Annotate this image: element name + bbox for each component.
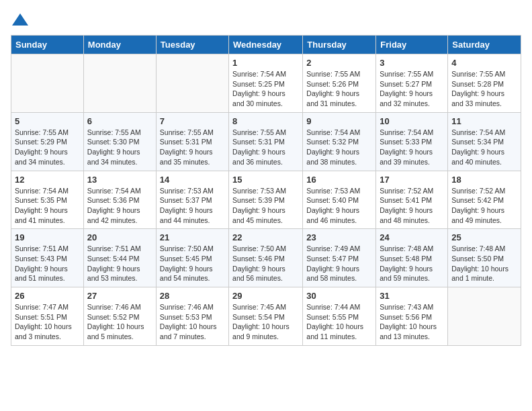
calendar-cell: 22Sunrise: 7:50 AM Sunset: 5:46 PM Dayli… xyxy=(229,229,303,287)
calendar-cell: 4Sunrise: 7:55 AM Sunset: 5:28 PM Daylig… xyxy=(448,54,521,113)
calendar-cell xyxy=(83,54,156,113)
day-number: 12 xyxy=(15,175,80,185)
week-row-5: 26Sunrise: 7:47 AM Sunset: 5:51 PM Dayli… xyxy=(11,287,521,346)
calendar-cell: 2Sunrise: 7:55 AM Sunset: 5:26 PM Daylig… xyxy=(303,54,376,113)
calendar-cell: 14Sunrise: 7:53 AM Sunset: 5:37 PM Dayli… xyxy=(156,171,228,229)
day-number: 19 xyxy=(15,232,80,242)
week-row-2: 5Sunrise: 7:55 AM Sunset: 5:29 PM Daylig… xyxy=(11,112,521,171)
calendar-cell: 21Sunrise: 7:50 AM Sunset: 5:45 PM Dayli… xyxy=(156,229,228,287)
day-info: Sunrise: 7:50 AM Sunset: 5:45 PM Dayligh… xyxy=(160,244,225,283)
day-info: Sunrise: 7:52 AM Sunset: 5:42 PM Dayligh… xyxy=(451,186,517,226)
weekday-header-monday: Monday xyxy=(83,36,156,54)
day-number: 9 xyxy=(306,116,372,126)
day-number: 2 xyxy=(306,58,372,68)
day-number: 13 xyxy=(87,175,152,185)
day-number: 5 xyxy=(15,116,80,126)
day-number: 27 xyxy=(87,291,152,301)
day-info: Sunrise: 7:48 AM Sunset: 5:50 PM Dayligh… xyxy=(451,244,517,283)
calendar-cell: 20Sunrise: 7:51 AM Sunset: 5:44 PM Dayli… xyxy=(83,229,156,287)
day-number: 18 xyxy=(451,175,517,185)
week-row-3: 12Sunrise: 7:54 AM Sunset: 5:35 PM Dayli… xyxy=(11,171,521,229)
day-info: Sunrise: 7:55 AM Sunset: 5:27 PM Dayligh… xyxy=(380,69,444,109)
day-info: Sunrise: 7:53 AM Sunset: 5:37 PM Dayligh… xyxy=(160,186,225,226)
calendar-cell: 16Sunrise: 7:53 AM Sunset: 5:40 PM Dayli… xyxy=(303,171,376,229)
calendar-cell: 7Sunrise: 7:55 AM Sunset: 5:31 PM Daylig… xyxy=(156,112,228,171)
day-info: Sunrise: 7:54 AM Sunset: 5:32 PM Dayligh… xyxy=(306,128,372,167)
day-number: 23 xyxy=(306,232,372,242)
day-info: Sunrise: 7:46 AM Sunset: 5:53 PM Dayligh… xyxy=(160,302,225,342)
day-number: 26 xyxy=(15,291,80,301)
day-info: Sunrise: 7:51 AM Sunset: 5:44 PM Dayligh… xyxy=(87,244,152,283)
day-info: Sunrise: 7:50 AM Sunset: 5:46 PM Dayligh… xyxy=(232,244,299,283)
week-row-4: 19Sunrise: 7:51 AM Sunset: 5:43 PM Dayli… xyxy=(11,229,521,287)
weekday-header-sunday: Sunday xyxy=(11,36,84,54)
day-number: 20 xyxy=(87,232,152,242)
day-info: Sunrise: 7:55 AM Sunset: 5:28 PM Dayligh… xyxy=(451,69,517,109)
day-info: Sunrise: 7:55 AM Sunset: 5:29 PM Dayligh… xyxy=(15,128,80,167)
calendar-cell: 11Sunrise: 7:54 AM Sunset: 5:34 PM Dayli… xyxy=(448,112,521,171)
calendar-cell: 5Sunrise: 7:55 AM Sunset: 5:29 PM Daylig… xyxy=(11,112,84,171)
calendar-cell: 12Sunrise: 7:54 AM Sunset: 5:35 PM Dayli… xyxy=(11,171,84,229)
day-info: Sunrise: 7:52 AM Sunset: 5:41 PM Dayligh… xyxy=(380,186,444,226)
svg-marker-0 xyxy=(12,13,28,26)
day-info: Sunrise: 7:55 AM Sunset: 5:31 PM Dayligh… xyxy=(232,128,299,167)
weekday-header-tuesday: Tuesday xyxy=(156,36,228,54)
day-info: Sunrise: 7:48 AM Sunset: 5:48 PM Dayligh… xyxy=(380,244,444,283)
day-info: Sunrise: 7:45 AM Sunset: 5:54 PM Dayligh… xyxy=(232,302,299,342)
day-number: 10 xyxy=(380,116,444,126)
calendar-cell xyxy=(156,54,228,113)
day-number: 21 xyxy=(160,232,225,242)
day-info: Sunrise: 7:54 AM Sunset: 5:25 PM Dayligh… xyxy=(232,69,299,109)
day-number: 11 xyxy=(451,116,517,126)
calendar-cell: 28Sunrise: 7:46 AM Sunset: 5:53 PM Dayli… xyxy=(156,287,228,346)
day-number: 15 xyxy=(232,175,299,185)
week-row-1: 1Sunrise: 7:54 AM Sunset: 5:25 PM Daylig… xyxy=(11,54,521,113)
day-info: Sunrise: 7:53 AM Sunset: 5:40 PM Dayligh… xyxy=(306,186,372,226)
day-number: 30 xyxy=(306,291,372,301)
page-header xyxy=(11,11,521,30)
calendar-cell: 18Sunrise: 7:52 AM Sunset: 5:42 PM Dayli… xyxy=(448,171,521,229)
calendar-cell: 31Sunrise: 7:43 AM Sunset: 5:56 PM Dayli… xyxy=(376,287,448,346)
day-number: 24 xyxy=(380,232,444,242)
calendar-cell: 13Sunrise: 7:54 AM Sunset: 5:36 PM Dayli… xyxy=(83,171,156,229)
day-number: 16 xyxy=(306,175,372,185)
calendar-cell: 26Sunrise: 7:47 AM Sunset: 5:51 PM Dayli… xyxy=(11,287,84,346)
day-number: 29 xyxy=(232,291,299,301)
calendar-cell: 23Sunrise: 7:49 AM Sunset: 5:47 PM Dayli… xyxy=(303,229,376,287)
day-info: Sunrise: 7:54 AM Sunset: 5:34 PM Dayligh… xyxy=(451,128,517,167)
calendar-cell xyxy=(11,54,84,113)
day-number: 22 xyxy=(232,232,299,242)
calendar-cell: 10Sunrise: 7:54 AM Sunset: 5:33 PM Dayli… xyxy=(376,112,448,171)
calendar-cell: 3Sunrise: 7:55 AM Sunset: 5:27 PM Daylig… xyxy=(376,54,448,113)
calendar-cell: 25Sunrise: 7:48 AM Sunset: 5:50 PM Dayli… xyxy=(448,229,521,287)
day-number: 4 xyxy=(451,58,517,68)
day-number: 14 xyxy=(160,175,225,185)
calendar-cell: 8Sunrise: 7:55 AM Sunset: 5:31 PM Daylig… xyxy=(229,112,303,171)
calendar-cell: 15Sunrise: 7:53 AM Sunset: 5:39 PM Dayli… xyxy=(229,171,303,229)
day-info: Sunrise: 7:54 AM Sunset: 5:35 PM Dayligh… xyxy=(15,186,80,226)
day-number: 25 xyxy=(451,232,517,242)
weekday-header-friday: Friday xyxy=(376,36,448,54)
calendar-cell: 9Sunrise: 7:54 AM Sunset: 5:32 PM Daylig… xyxy=(303,112,376,171)
calendar-cell: 27Sunrise: 7:46 AM Sunset: 5:52 PM Dayli… xyxy=(83,287,156,346)
day-info: Sunrise: 7:44 AM Sunset: 5:55 PM Dayligh… xyxy=(306,302,372,342)
day-info: Sunrise: 7:54 AM Sunset: 5:36 PM Dayligh… xyxy=(87,186,152,226)
day-info: Sunrise: 7:55 AM Sunset: 5:26 PM Dayligh… xyxy=(306,69,372,109)
calendar-cell: 24Sunrise: 7:48 AM Sunset: 5:48 PM Dayli… xyxy=(376,229,448,287)
day-info: Sunrise: 7:53 AM Sunset: 5:39 PM Dayligh… xyxy=(232,186,299,226)
logo-icon xyxy=(11,11,30,30)
day-number: 17 xyxy=(380,175,444,185)
day-info: Sunrise: 7:54 AM Sunset: 5:33 PM Dayligh… xyxy=(380,128,444,167)
calendar-cell: 1Sunrise: 7:54 AM Sunset: 5:25 PM Daylig… xyxy=(229,54,303,113)
weekday-header-row: SundayMondayTuesdayWednesdayThursdayFrid… xyxy=(11,36,521,54)
day-info: Sunrise: 7:55 AM Sunset: 5:30 PM Dayligh… xyxy=(87,128,152,167)
day-info: Sunrise: 7:49 AM Sunset: 5:47 PM Dayligh… xyxy=(306,244,372,283)
calendar-table: SundayMondayTuesdayWednesdayThursdayFrid… xyxy=(11,35,521,346)
day-number: 28 xyxy=(160,291,225,301)
weekday-header-saturday: Saturday xyxy=(448,36,521,54)
day-number: 8 xyxy=(232,116,299,126)
day-number: 3 xyxy=(380,58,444,68)
calendar-cell: 17Sunrise: 7:52 AM Sunset: 5:41 PM Dayli… xyxy=(376,171,448,229)
day-number: 7 xyxy=(160,116,225,126)
calendar-cell: 29Sunrise: 7:45 AM Sunset: 5:54 PM Dayli… xyxy=(229,287,303,346)
